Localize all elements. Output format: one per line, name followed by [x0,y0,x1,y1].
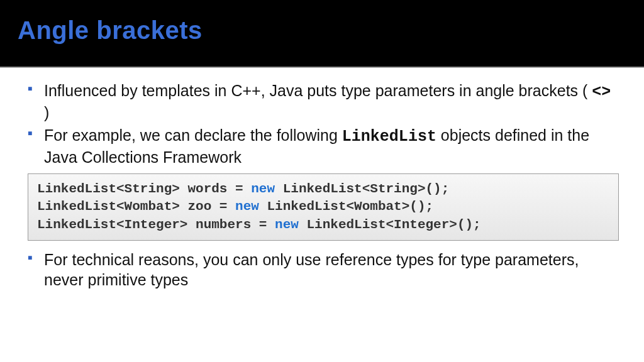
title-bar: Angle brackets [0,0,644,68]
code-text: LinkedList<String>(); [275,182,449,196]
code-keyword: new [275,217,299,232]
slide-body: Influenced by templates in C++, Java put… [0,68,644,290]
bullet-text: Influenced by templates in C++, Java put… [44,82,592,99]
inline-code: <> [592,83,611,101]
code-keyword: new [235,199,259,214]
bullet-item: For technical reasons, you can only use … [28,250,619,290]
code-text: LinkedList<Wombat>(); [259,199,433,214]
bullet-item: Influenced by templates in C++, Java put… [28,80,619,123]
code-text: LinkedList<Wombat> zoo = [37,199,235,214]
code-text: LinkedList<String> words = [37,182,251,196]
code-text: LinkedList<Integer>(); [299,217,481,232]
inline-code: LinkedList [342,128,436,146]
bullet-list-top: Influenced by templates in C++, Java put… [28,80,619,167]
code-text: LinkedList<Integer> numbers = [37,217,275,232]
code-keyword: new [251,182,275,196]
bullet-text: For technical reasons, you can only use … [44,251,579,288]
bullet-item: For example, we can declare the followin… [28,125,619,167]
bullet-text: For example, we can declare the followin… [44,126,342,144]
bullet-list-bottom: For technical reasons, you can only use … [28,250,619,290]
code-block: LinkedList<String> words = new LinkedLis… [28,173,619,241]
slide-title: Angle brackets [18,16,626,45]
bullet-text: ) [44,104,49,121]
